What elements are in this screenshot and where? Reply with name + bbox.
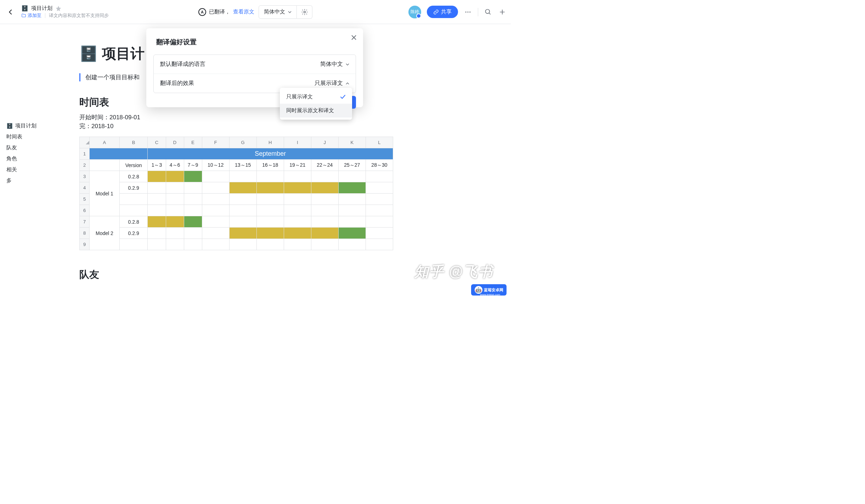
default-language-row: 默认翻译成的语言 简体中文: [154, 55, 356, 74]
source-badge: 🤖 蓝莓安卓网 www.lmkjst.com: [471, 284, 507, 296]
effect-label: 翻译后的效果: [160, 80, 194, 87]
default-language-select[interactable]: 简体中文: [320, 61, 349, 68]
default-language-value: 简体中文: [320, 61, 343, 68]
default-language-label: 默认翻译成的语言: [160, 61, 205, 68]
badge-url: www.lmkjst.com: [480, 293, 500, 296]
effect-value: 只展示译文: [315, 80, 343, 87]
preferences-box: 默认翻译成的语言 简体中文 翻译后的效果 只展示译文: [153, 55, 356, 93]
effect-dropdown: 只展示译文 同时展示原文和译文: [280, 88, 352, 120]
modal-title: 翻译偏好设置: [146, 38, 363, 47]
translation-preferences-modal: 翻译偏好设置 默认翻译成的语言 简体中文 翻译后的效果 只展示译文 只展示译文: [146, 28, 363, 107]
dropdown-option-both[interactable]: 同时展示原文和译文: [280, 104, 352, 118]
effect-select[interactable]: 只展示译文: [315, 80, 349, 87]
badge-icon: 🤖: [475, 286, 482, 294]
caret-up-icon: [346, 82, 349, 85]
option-label: 只展示译文: [286, 93, 313, 100]
watermark-text: 知乎 @飞书: [414, 262, 493, 281]
close-icon: [351, 35, 357, 40]
badge-text: 蓝莓安卓网: [484, 288, 503, 292]
close-button[interactable]: [351, 35, 357, 40]
caret-down-icon: [346, 63, 349, 65]
dropdown-option-translation-only[interactable]: 只展示译文: [280, 90, 352, 104]
check-icon: [340, 94, 346, 100]
option-label: 同时展示原文和译文: [286, 107, 334, 114]
